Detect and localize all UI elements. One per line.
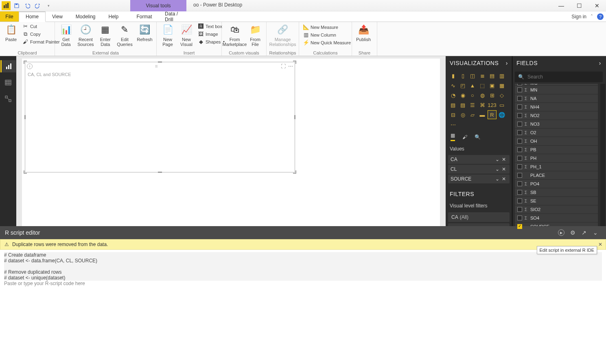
field-so4[interactable]: ΣSO4 — [515, 214, 598, 222]
viz-icon-7[interactable]: ◰ — [459, 81, 467, 89]
viz-icon-18[interactable]: ▧ — [449, 101, 457, 109]
field-pb[interactable]: ΣPB — [515, 146, 598, 154]
paste-button[interactable]: 📋 Paste — [2, 23, 20, 43]
field-no3[interactable]: ΣNO3 — [515, 120, 598, 128]
file-menu[interactable]: File — [0, 11, 19, 22]
viz-icon-29[interactable]: 🌐 — [498, 111, 506, 119]
field-checkbox[interactable] — [517, 105, 522, 109]
viz-icon-24[interactable]: ⊟ — [449, 111, 457, 119]
context-tab-data---drill[interactable]: Data / Drill — [158, 11, 186, 22]
redo-icon[interactable] — [33, 1, 42, 10]
field-po4[interactable]: ΣPO4 — [515, 180, 598, 188]
viz-icon-21[interactable]: ⌘ — [478, 101, 486, 109]
r-code-area[interactable]: # Create dataframe # dataset <- data.fra… — [0, 250, 606, 364]
field-checkbox[interactable] — [517, 190, 522, 195]
viz-icon-28[interactable]: R — [488, 111, 496, 119]
viz-icon-26[interactable]: ▱ — [468, 111, 477, 119]
viz-icon-10[interactable]: ▣ — [488, 81, 496, 89]
from-file-button[interactable]: 📁From File — [247, 23, 264, 48]
viz-icon-5[interactable]: ▥ — [498, 72, 506, 80]
value-pill-ca[interactable]: CA⌄✕ — [448, 155, 510, 164]
close-button[interactable]: ✕ — [588, 0, 606, 11]
field-checkbox[interactable] — [517, 207, 522, 212]
field-checkbox[interactable] — [517, 130, 522, 135]
field-checkbox[interactable] — [517, 181, 522, 186]
report-view-icon[interactable] — [0, 60, 16, 72]
r-visual[interactable]: i ≡ ⛶ ⋯ CA, CL and SOURCE — [25, 62, 295, 172]
analytics-tab[interactable]: 🔍 — [475, 134, 481, 140]
viz-icon-2[interactable]: ◫ — [468, 72, 477, 80]
info-icon[interactable]: i — [27, 63, 33, 69]
field-place[interactable]: PLACE — [515, 171, 598, 179]
fields-search-input[interactable] — [527, 74, 599, 80]
fields-search[interactable]: 🔍 — [515, 72, 603, 82]
field-na[interactable]: ΣNA — [515, 94, 598, 102]
field-checkbox[interactable] — [517, 164, 522, 169]
field-checkbox[interactable] — [517, 113, 522, 118]
field-checkbox[interactable] — [517, 147, 522, 152]
viz-icon-8[interactable]: ▲ — [468, 81, 477, 89]
quick-measure-button[interactable]: ⚡New Quick Measure — [302, 39, 352, 46]
field-checkbox[interactable] — [517, 84, 522, 85]
refresh-button[interactable]: 🔄Refresh — [136, 23, 154, 43]
minimize-button[interactable]: — — [552, 0, 570, 11]
field-se[interactable]: ΣSE — [515, 197, 598, 205]
field-mn[interactable]: ΣMN — [515, 86, 598, 94]
maximize-button[interactable]: ☐ — [570, 0, 588, 11]
viz-icon-13[interactable]: ◉ — [459, 91, 467, 99]
qat-dropdown-icon[interactable]: ▾ — [44, 1, 53, 10]
field-nh4[interactable]: ΣNH4 — [515, 103, 598, 111]
tab-modeling[interactable]: Modeling — [69, 11, 102, 22]
field-checkbox[interactable] — [517, 198, 522, 203]
run-script-button[interactable]: ▶ — [556, 227, 567, 238]
viz-icon-27[interactable]: ▬ — [478, 111, 486, 119]
viz-icon-6[interactable]: ∿ — [449, 81, 457, 89]
undo-icon[interactable] — [23, 1, 32, 10]
value-pill-source[interactable]: SOURCE⌄✕ — [448, 174, 510, 183]
viz-icon-25[interactable]: ◎ — [459, 111, 467, 119]
new-visual-button[interactable]: 📈New Visual — [178, 23, 195, 48]
field-checkbox[interactable] — [517, 122, 522, 126]
viz-icon-12[interactable]: ◔ — [449, 91, 457, 99]
sign-in-link[interactable]: Sign in — [571, 14, 586, 20]
field-checkbox[interactable] — [517, 139, 522, 144]
viz-icon-11[interactable]: ▦ — [498, 81, 506, 89]
manage-relationships-button[interactable]: 🔗Manage Relationships — [269, 23, 296, 48]
viz-icon-22[interactable]: 123 — [488, 101, 496, 109]
visualizations-header[interactable]: VISUALIZATIONS › — [446, 56, 512, 70]
focus-mode-icon[interactable]: ⛶ — [281, 63, 286, 69]
viz-icon-4[interactable]: ▤ — [488, 72, 496, 80]
pill-dropdown-icon[interactable]: ⌄ — [494, 157, 501, 162]
tab-view[interactable]: View — [46, 11, 69, 22]
collapse-editor-button[interactable]: ⌄ — [590, 227, 601, 238]
new-measure-button[interactable]: 📐New Measure — [302, 24, 352, 31]
field-mg[interactable]: ΣMG — [515, 84, 598, 85]
pill-remove-icon[interactable]: ✕ — [501, 166, 507, 172]
viz-icon-30[interactable]: ⋯ — [449, 120, 457, 129]
fields-header[interactable]: FIELDS › — [512, 56, 605, 70]
fields-well-tab[interactable]: ▦ — [451, 133, 455, 141]
script-options-button[interactable]: ⚙ — [567, 227, 578, 238]
viz-icon-15[interactable]: ◍ — [478, 91, 486, 99]
value-pill-cl[interactable]: CL⌄✕ — [448, 165, 510, 174]
field-sio2[interactable]: ΣSIO2 — [515, 205, 598, 214]
more-options-icon[interactable]: ⋯ — [288, 63, 293, 69]
pill-remove-icon[interactable]: ✕ — [501, 176, 507, 182]
field-ph_1[interactable]: ΣPH_1 — [515, 163, 598, 171]
viz-icon-23[interactable]: ▭ — [498, 101, 506, 109]
field-checkbox[interactable] — [517, 216, 522, 220]
viz-icon-19[interactable]: ▨ — [459, 101, 467, 109]
field-o2[interactable]: ΣO2 — [515, 129, 598, 137]
filter-ca[interactable]: CA (All) — [448, 212, 510, 222]
field-checkbox[interactable] — [517, 87, 522, 92]
new-page-button[interactable]: 📄New Page — [159, 23, 176, 48]
viz-icon-0[interactable]: ▮ — [449, 72, 457, 80]
field-checkbox[interactable] — [517, 173, 522, 178]
publish-button[interactable]: 📤Publish — [354, 23, 372, 43]
field-checkbox[interactable] — [517, 96, 522, 101]
tab-home[interactable]: Home — [19, 11, 46, 22]
pill-dropdown-icon[interactable]: ⌄ — [494, 166, 501, 172]
field-sb[interactable]: ΣSB — [515, 188, 598, 196]
field-checkbox[interactable] — [517, 224, 522, 229]
field-checkbox[interactable] — [517, 156, 522, 161]
